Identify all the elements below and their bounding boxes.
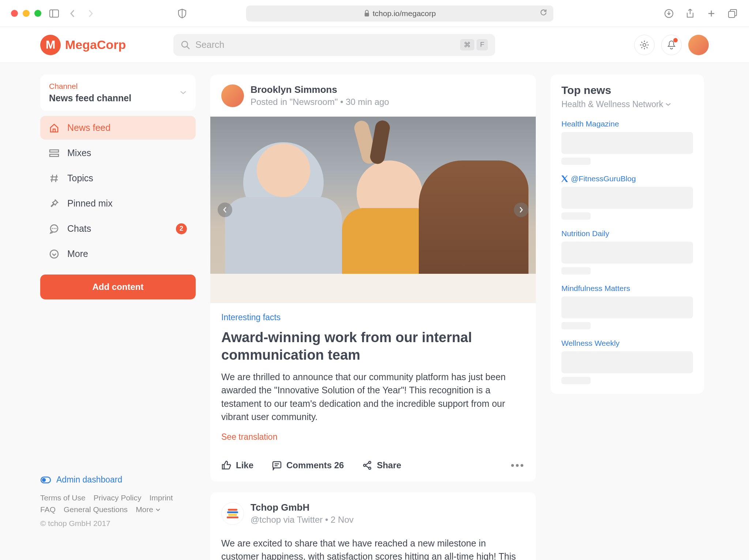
sidebar-item-pinned-mix[interactable]: Pinned mix xyxy=(40,192,196,215)
logo-icon: M xyxy=(40,35,61,55)
forward-icon[interactable] xyxy=(85,8,96,19)
notification-dot xyxy=(673,38,678,42)
svg-rect-15 xyxy=(273,462,281,468)
carousel-prev-button[interactable] xyxy=(218,203,232,217)
post-more-button[interactable]: ••• xyxy=(511,459,525,471)
new-tab-icon[interactable] xyxy=(706,8,717,19)
sidebar-item-topics[interactable]: Topics xyxy=(40,166,196,190)
post-author-avatar[interactable] xyxy=(221,84,244,107)
gear-icon xyxy=(639,40,650,50)
chats-badge: 2 xyxy=(176,223,187,234)
post-header: Brooklyn Simmons Posted in "Newsroom" • … xyxy=(210,75,536,117)
search-icon xyxy=(181,40,190,50)
svg-rect-5 xyxy=(729,11,735,18)
nav-label: Mixes xyxy=(67,148,91,158)
link-general[interactable]: General Questions xyxy=(64,505,128,514)
user-avatar[interactable] xyxy=(688,35,709,55)
shield-icon[interactable] xyxy=(177,8,188,19)
feed: Brooklyn Simmons Posted in "Newsroom" • … xyxy=(210,75,536,560)
reload-icon[interactable] xyxy=(539,8,547,18)
link-terms[interactable]: Terms of Use xyxy=(40,493,86,502)
skeleton xyxy=(561,377,591,384)
notifications-button[interactable] xyxy=(661,35,682,55)
nav-label: Topics xyxy=(67,173,93,183)
link-faq[interactable]: FAQ xyxy=(40,505,56,514)
home-icon xyxy=(49,123,59,133)
hash-icon xyxy=(49,173,59,183)
svg-point-14 xyxy=(42,478,45,481)
svg-rect-0 xyxy=(50,10,59,17)
chevron-down-icon xyxy=(665,103,671,106)
link-privacy[interactable]: Privacy Policy xyxy=(94,493,142,502)
search-box[interactable]: ⌘ F xyxy=(173,34,495,56)
url-bar[interactable]: tchop.io/megacorp xyxy=(246,5,553,22)
share-nodes-icon xyxy=(362,460,372,470)
post-card: Tchop GmbH @tchop via Twitter • 2 Nov We… xyxy=(210,492,536,560)
sidebar-item-more[interactable]: More xyxy=(40,242,196,266)
news-source: @FitnessGuruBlog xyxy=(561,174,693,183)
news-source-selector[interactable]: Health & Wellness Network xyxy=(561,99,693,109)
news-item[interactable]: Nutrition Daily xyxy=(561,229,693,275)
svg-rect-3 xyxy=(365,13,369,16)
back-icon[interactable] xyxy=(67,8,78,19)
close-window[interactable] xyxy=(11,10,18,17)
news-source: Health Magazine xyxy=(561,120,693,128)
search-input[interactable] xyxy=(195,39,455,50)
post-author[interactable]: Tchop GmbH xyxy=(251,502,354,513)
post-author[interactable]: Brooklyn Simmons xyxy=(251,84,389,95)
chevron-down-icon xyxy=(155,508,161,512)
sidebar-item-news-feed[interactable]: News feed xyxy=(40,116,196,140)
comments-button[interactable]: Comments 26 xyxy=(272,460,344,470)
post-author-avatar[interactable] xyxy=(221,502,244,525)
channel-selector[interactable]: Channel News feed channel xyxy=(40,75,196,111)
copyright: © tchop GmbH 2017 xyxy=(40,519,196,528)
link-imprint[interactable]: Imprint xyxy=(149,493,173,502)
post-tag[interactable]: Interesting facts xyxy=(221,313,525,322)
svg-point-8 xyxy=(643,43,646,46)
maximize-window[interactable] xyxy=(34,10,41,17)
post-meta: @tchop via Twitter • 2 Nov xyxy=(251,515,354,525)
skeleton xyxy=(561,158,591,165)
skeleton xyxy=(561,296,693,318)
sidebar-footer: Admin dashboard Terms of Use Privacy Pol… xyxy=(40,475,196,539)
post-body: We are excited to share that we have rea… xyxy=(210,534,536,560)
news-item[interactable]: Mindfulness Matters xyxy=(561,284,693,329)
link-more[interactable]: More xyxy=(136,505,161,514)
channel-label: Channel xyxy=(49,82,187,91)
toggle-icon xyxy=(40,476,51,484)
logo[interactable]: M MegaCorp xyxy=(40,35,126,55)
sidebar-item-chats[interactable]: Chats 2 xyxy=(40,217,196,241)
post-text: We are thrilled to announce that our com… xyxy=(221,370,525,423)
comment-icon xyxy=(272,460,282,470)
translate-link[interactable]: See translation xyxy=(221,432,525,442)
share-icon[interactable] xyxy=(685,8,696,19)
pin-icon xyxy=(49,198,59,209)
nav-label: More xyxy=(67,249,88,259)
news-item[interactable]: @FitnessGuruBlog xyxy=(561,174,693,220)
carousel-next-button[interactable] xyxy=(514,203,528,217)
logo-text: MegaCorp xyxy=(65,38,126,52)
minimize-window[interactable] xyxy=(23,10,30,17)
search-shortcut: ⌘ F xyxy=(460,39,488,50)
news-item[interactable]: Health Magazine xyxy=(561,120,693,165)
like-button[interactable]: Like xyxy=(221,460,253,470)
downloads-icon[interactable] xyxy=(663,8,674,19)
sidebar-item-mixes[interactable]: Mixes xyxy=(40,141,196,165)
nav-label: Pinned mix xyxy=(67,198,113,209)
svg-line-7 xyxy=(187,46,189,49)
svg-point-16 xyxy=(364,464,366,466)
sidebar-toggle-icon[interactable] xyxy=(49,8,60,19)
admin-dashboard-link[interactable]: Admin dashboard xyxy=(40,475,196,485)
share-button[interactable]: Share xyxy=(362,460,401,470)
footer-links: Terms of Use Privacy Policy Imprint FAQ … xyxy=(40,493,196,514)
news-source: Wellness Weekly xyxy=(561,339,693,348)
tabs-icon[interactable] xyxy=(727,8,738,19)
news-item[interactable]: Wellness Weekly xyxy=(561,339,693,384)
more-icon xyxy=(49,249,59,259)
settings-button[interactable] xyxy=(634,35,655,55)
post-meta: Posted in "Newsroom" • 30 min ago xyxy=(251,97,389,107)
svg-point-12 xyxy=(50,250,58,258)
post-header: Tchop GmbH @tchop via Twitter • 2 Nov xyxy=(210,492,536,534)
add-content-button[interactable]: Add content xyxy=(40,275,196,299)
browser-chrome: tchop.io/megacorp xyxy=(0,0,749,27)
